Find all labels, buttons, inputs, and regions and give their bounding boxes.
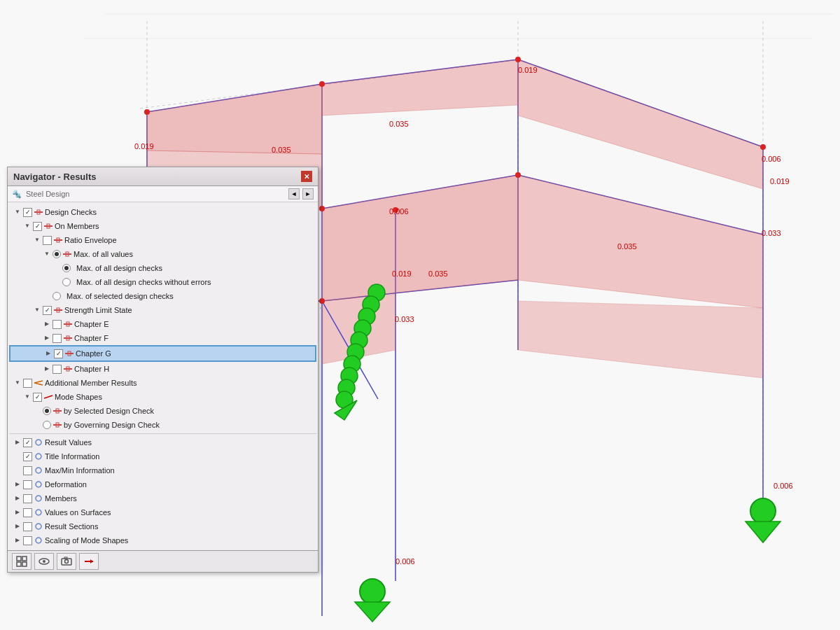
svg-text:0.006: 0.006: [774, 482, 793, 490]
tree-item-on-members[interactable]: ▼ On Members: [9, 219, 316, 233]
checkbox-values-surfaces[interactable]: [23, 508, 32, 517]
radio-max-all[interactable]: [52, 250, 61, 258]
checkbox-maxmin[interactable]: [23, 466, 32, 475]
navigator-titlebar: Navigator - Results ✕: [8, 167, 318, 186]
expand-chapter-e[interactable]: ▶: [43, 320, 51, 328]
tree-item-mode-shapes[interactable]: ▼ Mode Shapes: [9, 390, 316, 404]
svg-text:0.006: 0.006: [396, 557, 415, 566]
svg-rect-104: [22, 562, 27, 566]
radio-by-governing[interactable]: [43, 421, 51, 429]
member-icon-11: [52, 421, 62, 429]
tree-item-result-sections[interactable]: ▶ Result Sections: [9, 519, 316, 533]
checkbox-chapter-e[interactable]: [52, 320, 62, 329]
expand-members[interactable]: ▶: [13, 494, 22, 503]
svg-rect-101: [17, 556, 21, 561]
tree-item-max-design[interactable]: Max. of all design checks: [9, 261, 316, 275]
tree-item-deformation[interactable]: ▶ Deformation: [9, 477, 316, 491]
tree-item-values-surfaces[interactable]: ▶ Values on Surfaces: [9, 505, 316, 519]
checkbox-mode-shapes[interactable]: [33, 393, 42, 402]
expand-design-checks[interactable]: ▼: [13, 208, 22, 216]
arrow-button[interactable]: [79, 553, 99, 570]
label-members: Members: [45, 492, 77, 505]
navigator-title: Navigator - Results: [13, 172, 96, 182]
svg-point-96: [36, 482, 41, 487]
maxmin-icon: [34, 466, 43, 475]
checkbox-additional-member[interactable]: [23, 379, 32, 388]
expand-scaling-mode[interactable]: ▶: [13, 536, 22, 545]
tree-item-by-governing[interactable]: by Governing Design Check: [9, 418, 316, 432]
close-button[interactable]: ✕: [301, 171, 312, 182]
svg-text:0.006: 0.006: [762, 155, 781, 163]
svg-text:0.035: 0.035: [389, 120, 409, 128]
checkbox-chapter-f[interactable]: [52, 334, 62, 343]
expand-ratio-envelope[interactable]: ▼: [33, 236, 41, 244]
tree-item-max-all[interactable]: ▼ Max. of all values: [9, 247, 316, 261]
tree-item-result-values[interactable]: ▶ Result Values: [9, 435, 316, 449]
eye-button[interactable]: [34, 553, 54, 570]
expand-mode-shapes[interactable]: ▼: [23, 393, 31, 401]
checkbox-ratio-envelope[interactable]: [43, 236, 52, 245]
radio-max-selected[interactable]: [52, 292, 61, 300]
tree-item-additional-member[interactable]: ▼ Additional Member Results: [9, 376, 316, 390]
result-values-icon: [34, 438, 43, 447]
svg-point-44: [360, 579, 385, 604]
tree-item-by-selected[interactable]: by Selected Design Check: [9, 404, 316, 418]
checkbox-design-checks[interactable]: [23, 208, 32, 217]
svg-text:0.006: 0.006: [389, 207, 409, 216]
label-chapter-h: Chapter H: [74, 363, 109, 375]
tree-item-chapter-f[interactable]: ▶ Chapter F: [9, 331, 316, 345]
expand-additional-member[interactable]: ▼: [13, 379, 22, 387]
tree-item-design-checks[interactable]: ▼ Design Checks: [9, 205, 316, 219]
checkbox-members[interactable]: [23, 494, 32, 503]
tree-item-maxmin[interactable]: Max/Min Information: [9, 463, 316, 477]
checkbox-result-sections[interactable]: [23, 522, 32, 531]
expand-values-surfaces[interactable]: ▶: [13, 508, 22, 517]
expand-chapter-f[interactable]: ▶: [43, 334, 51, 342]
checkbox-result-values[interactable]: [23, 438, 32, 447]
member-icon-4: [62, 250, 72, 258]
label-deformation: Deformation: [45, 478, 87, 491]
tree-item-ratio-envelope[interactable]: ▼ Ratio Envelope: [9, 233, 316, 247]
checkbox-strength-limit[interactable]: [43, 306, 52, 315]
checkbox-chapter-g[interactable]: [54, 349, 63, 358]
expand-strength-limit[interactable]: ▼: [33, 306, 41, 314]
expand-result-values[interactable]: ▶: [13, 438, 22, 447]
expand-on-members[interactable]: ▼: [23, 222, 31, 230]
scaling-mode-icon: [34, 536, 43, 545]
tree-item-scaling-mode[interactable]: ▶ Scaling of Mode Shapes: [9, 533, 316, 547]
tree-item-strength-limit[interactable]: ▼ Strength Limit State: [9, 303, 316, 317]
tree-item-max-selected[interactable]: Max. of selected design checks: [9, 289, 316, 303]
member-icon-9: [63, 365, 73, 373]
tree-item-members[interactable]: ▶ Members: [9, 491, 316, 505]
checkbox-chapter-h[interactable]: [52, 365, 62, 374]
camera-button[interactable]: [57, 553, 76, 570]
label-values-surfaces: Values on Surfaces: [45, 506, 111, 519]
svg-text:0.033: 0.033: [395, 315, 414, 323]
tree-item-chapter-e[interactable]: ▶ Chapter E: [9, 317, 316, 331]
label-result-values: Result Values: [45, 436, 92, 449]
member-icon-3: [53, 236, 63, 244]
radio-max-design[interactable]: [62, 264, 71, 272]
tree-item-title-information[interactable]: Title Information: [9, 449, 316, 463]
expand-chapter-h[interactable]: ▶: [43, 365, 51, 373]
tree-item-chapter-g[interactable]: ▶ Chapter G: [9, 345, 316, 362]
nav-prev-button[interactable]: ◄: [288, 188, 300, 200]
svg-point-106: [43, 560, 46, 563]
expand-max-all[interactable]: ▼: [43, 250, 51, 258]
svg-point-108: [65, 560, 69, 564]
view-button[interactable]: [12, 553, 31, 570]
nav-next-button[interactable]: ►: [302, 188, 314, 200]
label-scaling-mode: Scaling of Mode Shapes: [45, 534, 128, 547]
radio-max-no-errors[interactable]: [62, 278, 71, 286]
radio-by-selected[interactable]: [43, 407, 51, 415]
checkbox-scaling-mode[interactable]: [23, 536, 32, 545]
tree-item-max-no-errors[interactable]: Max. of all design checks without errors: [9, 275, 316, 289]
expand-chapter-g[interactable]: ▶: [44, 349, 52, 358]
checkbox-deformation[interactable]: [23, 480, 32, 489]
svg-text:0.019: 0.019: [770, 177, 790, 186]
expand-deformation[interactable]: ▶: [13, 480, 22, 489]
checkbox-title-information[interactable]: [23, 452, 32, 461]
checkbox-on-members[interactable]: [33, 222, 42, 231]
tree-item-chapter-h[interactable]: ▶ Chapter H: [9, 362, 316, 376]
expand-result-sections[interactable]: ▶: [13, 522, 22, 531]
